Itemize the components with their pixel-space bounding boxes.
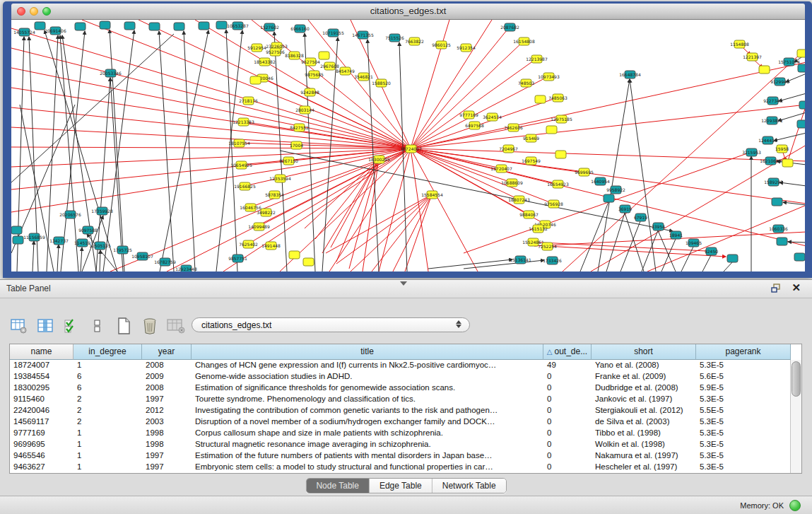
network-node[interactable]: 1640954 xyxy=(591,177,610,185)
table-cell[interactable]: 2012 xyxy=(142,405,192,416)
table-cell[interactable]: 0 xyxy=(543,382,592,394)
table-cell[interactable]: Franke et al. (2009) xyxy=(592,371,696,382)
network-node[interactable]: 18807243 xyxy=(508,196,530,204)
network-node[interactable]: 6497568 xyxy=(465,122,484,129)
table-cell[interactable]: 0 xyxy=(543,439,592,450)
network-node[interactable] xyxy=(555,151,566,158)
table-cell[interactable]: Embryonic stem cells: a model to study s… xyxy=(192,462,543,473)
table-cell[interactable]: 1 xyxy=(73,462,142,473)
network-node[interactable]: 20053346 xyxy=(100,69,122,77)
vertical-scrollbar[interactable] xyxy=(790,360,801,473)
table-cell[interactable]: 9115460 xyxy=(10,394,73,405)
table-cell[interactable]: Jankovic et al. (1997) xyxy=(592,394,696,405)
network-node[interactable]: 12353594 xyxy=(269,175,291,182)
network-node[interactable]: 33954 xyxy=(652,223,665,230)
network-node[interactable]: 3546821 xyxy=(354,73,373,81)
table-cell[interactable]: Estimation of the future numbers of pati… xyxy=(192,450,543,462)
network-node[interactable]: 92450 xyxy=(705,247,718,255)
network-node[interactable] xyxy=(604,194,614,202)
network-node[interactable]: 20206576 xyxy=(59,211,81,218)
table-cell[interactable]: 2 xyxy=(73,394,142,405)
select-all-checks-icon[interactable] xyxy=(62,317,81,335)
table-cell[interactable]: Yano et al. (2008) xyxy=(592,360,696,371)
network-node[interactable]: 15958 xyxy=(775,145,789,153)
table-cell[interactable]: 1 xyxy=(73,428,142,439)
network-node[interactable]: 18543382 xyxy=(254,58,276,66)
tab-network-table[interactable]: Network Table xyxy=(433,479,506,493)
table-cell[interactable]: 2003 xyxy=(142,416,192,428)
network-node[interactable]: 1588520 xyxy=(372,79,391,87)
network-node[interactable]: 9527504 xyxy=(301,58,320,66)
table-cell[interactable]: 2 xyxy=(73,405,142,416)
network-node[interactable]: 7485063 xyxy=(548,94,567,102)
network-node[interactable]: 7663822 xyxy=(405,37,424,45)
network-node[interactable]: 10958107 xyxy=(131,252,153,260)
table-cell[interactable]: 1998 xyxy=(142,428,192,439)
network-node[interactable]: 1244419 xyxy=(758,136,777,144)
network-node[interactable]: 2087682 xyxy=(500,23,519,31)
network-node[interactable]: 3498222 xyxy=(257,209,276,216)
table-cell[interactable]: Tourette syndrome. Phenomenology and cla… xyxy=(192,394,543,405)
table-cell[interactable]: 1 xyxy=(73,450,142,462)
table-cell[interactable]: 1997 xyxy=(142,462,192,473)
table-row[interactable]: 946362711997Embryonic stem cells: a mode… xyxy=(10,462,801,473)
network-node[interactable]: 15584554 xyxy=(421,191,443,199)
network-node[interactable]: 7252254 xyxy=(538,243,557,250)
network-node[interactable] xyxy=(75,23,86,30)
delete-trash-icon[interactable] xyxy=(141,317,159,335)
network-node[interactable] xyxy=(772,198,782,206)
network-node[interactable]: 3624574 xyxy=(483,113,502,121)
table-cell[interactable]: Investigating the contribution of common… xyxy=(192,405,543,416)
table-cell[interactable]: Dudbridge et al. (2008) xyxy=(592,382,696,394)
network-node[interactable]: 7515526 xyxy=(385,34,404,42)
network-node[interactable]: 9527506 xyxy=(266,48,285,56)
table-row[interactable]: 946554611997Estimation of the future num… xyxy=(10,450,801,462)
table-cell[interactable]: 0 xyxy=(543,371,592,382)
table-cell[interactable]: 2 xyxy=(73,416,142,428)
network-node[interactable]: 9857751 xyxy=(228,255,247,262)
network-node[interactable]: 8267150 xyxy=(279,157,298,165)
network-node[interactable]: 9097588 xyxy=(78,226,98,234)
network-node[interactable]: 10973493 xyxy=(538,73,560,81)
table-cell[interactable]: 0 xyxy=(543,428,592,439)
table-source-dropdown[interactable]: citations_edges.txt xyxy=(192,317,470,332)
table-cell[interactable]: 1 xyxy=(73,360,142,371)
new-file-icon[interactable] xyxy=(114,317,133,335)
table-cell[interactable]: 9463627 xyxy=(10,462,73,473)
table-cell[interactable]: Stergiakouli et al. (2012) xyxy=(592,405,696,416)
table-cell[interactable]: 5.9E-5 xyxy=(696,382,791,394)
network-node[interactable]: 1060336 xyxy=(769,225,788,233)
network-node[interactable] xyxy=(777,238,787,245)
column-header-year[interactable]: year xyxy=(142,344,192,360)
table-cell[interactable]: 0 xyxy=(543,462,592,473)
table-cell[interactable]: 5.3E-5 xyxy=(696,416,791,428)
table-cell[interactable]: 2008 xyxy=(142,360,192,371)
table-cell[interactable]: 5.3E-5 xyxy=(696,450,791,462)
network-graph[interactable]: 1405572420691406106532871527602696616010… xyxy=(11,20,805,271)
network-node[interactable]: 18941 xyxy=(669,231,683,239)
network-node[interactable]: 1733426 xyxy=(543,257,562,264)
network-node[interactable]: 9227343 xyxy=(763,97,782,105)
table-cell[interactable]: 1997 xyxy=(142,394,192,405)
network-node[interactable]: 10654925 xyxy=(230,161,252,169)
column-header-name[interactable]: name xyxy=(10,344,73,360)
network-node[interactable]: 16154808 xyxy=(513,37,535,45)
table-cell[interactable]: 5.6E-5 xyxy=(696,371,791,382)
column-header-title[interactable]: title xyxy=(192,344,543,360)
network-node[interactable]: 2718176 xyxy=(239,97,258,105)
network-node[interactable]: 15720407 xyxy=(490,165,512,173)
network-node[interactable]: 12213987 xyxy=(526,55,548,63)
network-node[interactable]: 8454749 xyxy=(336,67,355,75)
column-header-pagerank[interactable]: pagerank xyxy=(696,344,791,360)
table-cell[interactable]: Wolkin et al. (1998) xyxy=(592,439,696,450)
float-window-icon[interactable] xyxy=(771,284,782,293)
network-node[interactable]: 748503 xyxy=(518,79,534,87)
table-cell[interactable]: 6 xyxy=(73,371,142,382)
network-node[interactable]: 1589293 xyxy=(764,178,783,186)
table-cell[interactable]: 19384554 xyxy=(10,371,73,382)
network-node[interactable] xyxy=(13,236,23,244)
table-cell[interactable]: Changes of HCN gene expression and I(f) … xyxy=(192,360,543,371)
table-cell[interactable]: Hescheler et al. (1997) xyxy=(592,462,696,473)
network-node[interactable]: 5912954 xyxy=(247,44,266,52)
network-node[interactable]: 1527602 xyxy=(260,23,279,31)
